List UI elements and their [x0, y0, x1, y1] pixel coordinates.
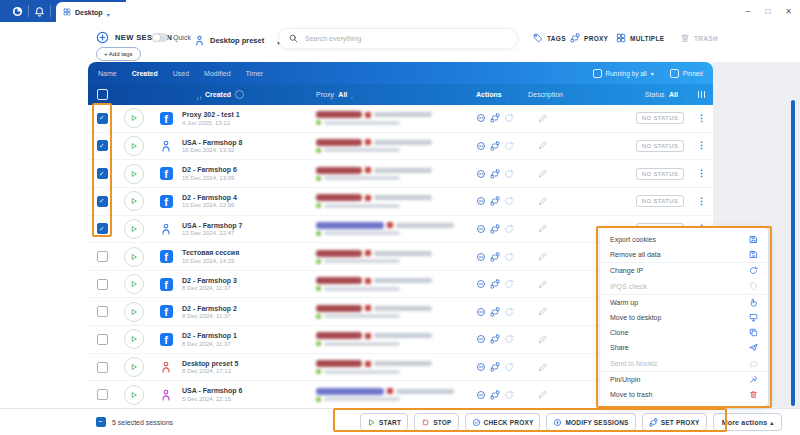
- cookies-action-icon[interactable]: [476, 334, 486, 344]
- chevron-down-icon[interactable]: [350, 86, 353, 104]
- menu-item[interactable]: Send to Nooklz: [600, 356, 768, 371]
- table-row[interactable]: USA - Farmshop 8 16 Dec 2024, 13:32: [88, 133, 713, 161]
- row-checkbox[interactable]: [97, 279, 108, 290]
- refresh-action-icon[interactable]: [504, 390, 514, 400]
- edit-description-icon[interactable]: [538, 252, 547, 261]
- edit-description-icon[interactable]: [538, 224, 547, 233]
- play-button[interactable]: [124, 357, 144, 377]
- play-button[interactable]: [124, 302, 144, 322]
- notifications-bell-icon[interactable]: [34, 6, 45, 17]
- cookies-action-icon[interactable]: [476, 307, 486, 317]
- refresh-action-icon[interactable]: [504, 113, 514, 123]
- edit-description-icon[interactable]: [538, 390, 547, 399]
- tags-button[interactable]: TAGS: [533, 33, 566, 43]
- minimize-button[interactable]: [745, 6, 750, 16]
- toggle-switch[interactable]: [152, 33, 168, 42]
- play-button[interactable]: [124, 191, 144, 211]
- cookies-action-icon[interactable]: [476, 279, 486, 289]
- refresh-action-icon[interactable]: [504, 334, 514, 344]
- play-button[interactable]: [124, 219, 144, 239]
- menu-item[interactable]: Move to trash: [600, 387, 768, 402]
- refresh-action-icon[interactable]: [504, 141, 514, 151]
- row-checkbox[interactable]: [97, 140, 108, 151]
- status-column-header[interactable]: Status All: [568, 86, 690, 104]
- cookies-action-icon[interactable]: [476, 141, 486, 151]
- table-row[interactable]: f Proxy 302 - test 1 4 Jun 2025, 13:12: [88, 105, 713, 133]
- play-button[interactable]: [124, 274, 144, 294]
- menu-item[interactable]: IPQS check: [600, 279, 768, 294]
- table-row[interactable]: f D2 - Farmshop 6 15 Dec 2024, 13:09: [88, 160, 713, 188]
- play-button[interactable]: [124, 164, 144, 184]
- row-checkbox[interactable]: [97, 362, 108, 373]
- add-tags-button[interactable]: + Add tags: [96, 47, 141, 61]
- menu-item[interactable]: Export cookies: [600, 232, 768, 247]
- checkbox[interactable]: [593, 69, 602, 78]
- select-all-checkbox[interactable]: [97, 89, 108, 100]
- sort-icon[interactable]: [196, 86, 205, 104]
- quick-toggle[interactable]: Quick: [152, 33, 191, 42]
- chevron-down-icon[interactable]: [107, 3, 110, 21]
- row-checkbox[interactable]: [97, 251, 108, 262]
- menu-item[interactable]: Warm up: [600, 294, 768, 310]
- trash-button[interactable]: TRASH: [680, 33, 718, 43]
- edit-description-icon[interactable]: [538, 307, 547, 316]
- refresh-action-icon[interactable]: [504, 362, 514, 372]
- multiple-button[interactable]: MULTIPLE: [616, 33, 664, 43]
- cookies-action-icon[interactable]: [476, 390, 486, 400]
- header-tab[interactable]: Modified: [204, 70, 230, 77]
- tab-desktop[interactable]: Desktop: [56, 2, 134, 22]
- set-proxy-action-icon[interactable]: [490, 362, 500, 372]
- set-proxy-action-icon[interactable]: [490, 334, 500, 344]
- chevron-down-icon[interactable]: [651, 70, 654, 77]
- play-button[interactable]: [124, 136, 144, 156]
- row-menu-icon[interactable]: ⋮: [697, 114, 706, 123]
- chevron-down-icon[interactable]: [681, 86, 684, 104]
- cookies-action-icon[interactable]: [476, 113, 486, 123]
- footer-action-button[interactable]: MODIFY SESSIONS: [546, 413, 635, 431]
- chevron-down-icon[interactable]: [506, 86, 509, 104]
- menu-item[interactable]: Move to desktop: [600, 310, 768, 325]
- table-row[interactable]: f D2 - Farmshop 4 13 Dec 2024, 22:56: [88, 188, 713, 216]
- set-proxy-action-icon[interactable]: [490, 390, 500, 400]
- header-tab[interactable]: Timer: [246, 70, 264, 77]
- vertical-scrollbar[interactable]: [791, 100, 795, 406]
- search-input[interactable]: Search everything: [278, 28, 518, 49]
- footer-action-button[interactable]: START: [360, 413, 408, 431]
- refresh-action-icon[interactable]: [504, 252, 514, 262]
- header-tab[interactable]: Created: [132, 70, 158, 77]
- indeterminate-checkbox[interactable]: [96, 417, 106, 427]
- play-button[interactable]: [124, 385, 144, 405]
- play-button[interactable]: [124, 108, 144, 128]
- set-proxy-action-icon[interactable]: [490, 307, 500, 317]
- set-proxy-action-icon[interactable]: [490, 169, 500, 179]
- refresh-action-icon[interactable]: [504, 307, 514, 317]
- footer-action-button[interactable]: More actions: [713, 413, 783, 431]
- set-proxy-action-icon[interactable]: [490, 252, 500, 262]
- header-tab[interactable]: Used: [173, 70, 189, 77]
- edit-description-icon[interactable]: [538, 169, 547, 178]
- actions-column-header[interactable]: Actions: [476, 86, 528, 104]
- play-button[interactable]: [124, 247, 144, 267]
- menu-item[interactable]: Change IP: [600, 262, 768, 278]
- refresh-action-icon[interactable]: [504, 279, 514, 289]
- edit-description-icon[interactable]: [538, 197, 547, 206]
- row-checkbox[interactable]: [97, 306, 108, 317]
- cookies-action-icon[interactable]: [476, 362, 486, 372]
- clear-sort-icon[interactable]: [235, 90, 244, 99]
- edit-description-icon[interactable]: [538, 335, 547, 344]
- set-proxy-action-icon[interactable]: [490, 224, 500, 234]
- cookies-action-icon[interactable]: [476, 196, 486, 206]
- refresh-action-icon[interactable]: [504, 196, 514, 206]
- menu-item[interactable]: Pin/Unpin: [600, 371, 768, 387]
- footer-action-button[interactable]: STOP: [414, 413, 458, 431]
- cookies-action-icon[interactable]: [476, 252, 486, 262]
- row-menu-icon[interactable]: ⋮: [697, 141, 706, 150]
- row-checkbox[interactable]: [97, 223, 108, 234]
- cookies-action-icon[interactable]: [476, 224, 486, 234]
- refresh-action-icon[interactable]: [504, 224, 514, 234]
- set-proxy-action-icon[interactable]: [490, 141, 500, 151]
- proxy-column-header[interactable]: Proxy All: [316, 86, 476, 104]
- footer-action-button[interactable]: CHECK PROXY: [465, 413, 541, 431]
- row-checkbox[interactable]: [97, 113, 108, 124]
- refresh-action-icon[interactable]: [504, 169, 514, 179]
